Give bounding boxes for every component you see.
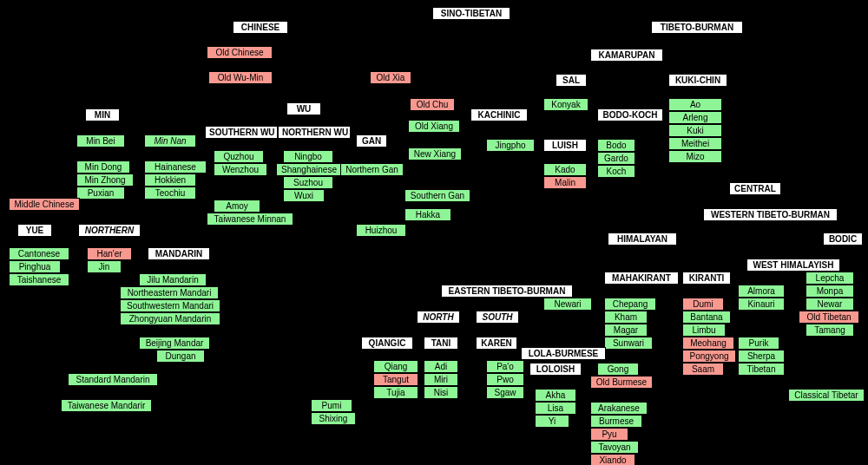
lang-bantana: Bantana [682, 311, 731, 324]
lang-akha: Akha [535, 389, 576, 402]
lang-northeastern-mandari: Northeastern Mandari [120, 286, 219, 299]
lang-jin: Jin [87, 260, 122, 273]
lang-min-zhong: Min Zhong [76, 174, 134, 187]
lang-middle-chinese: Middle Chinese [9, 198, 80, 211]
lang-bodo-koch: BODO-KOCH [597, 108, 663, 121]
lang-ningbo: Ningbo [283, 150, 333, 163]
lang-tujia: Tujia [373, 386, 418, 399]
lang-hakka: Hakka [404, 208, 451, 221]
lang-gardo: Gardo [597, 152, 635, 165]
lang-min-nan: Min Nan [144, 134, 196, 147]
lang-tavoyan: Tavoyan [590, 441, 639, 454]
lang-pumi: Pumi [311, 399, 352, 412]
lang-monpa: Monpa [806, 285, 854, 298]
lang-newari: Newari [543, 298, 592, 311]
lang-quzhou: Quzhou [214, 150, 264, 163]
lang-hokkien: Hokkien [144, 174, 196, 187]
lang-pinghua: Pinghua [9, 260, 61, 273]
lang-kamarupan: KAMARUPAN [590, 49, 663, 62]
lang-pyu: Pyu [590, 428, 628, 441]
lang-kinauri: Kinauri [738, 298, 785, 311]
lang-saam: Saam [682, 363, 724, 376]
lang-kachinic: KACHINIC [470, 108, 528, 121]
lang-mandarin: MANDARIN [148, 247, 210, 260]
lang-wenzhou: Wenzhou [214, 163, 267, 176]
lang-bodo: Bodo [597, 139, 635, 152]
lang-meohang: Meohang [682, 337, 734, 350]
lang-limbu: Limbu [682, 324, 726, 337]
lang-north: NORTH [417, 311, 460, 324]
lang-southern-wu: SOUTHERN WU [205, 126, 278, 139]
lang-bodic: BODIC [823, 232, 863, 246]
lang-northern-wu: NORTHERN WU [278, 126, 351, 139]
lang-mahakirant: MAHAKIRANT [604, 272, 679, 285]
lang-yi: Yi [535, 415, 569, 428]
lang-qiangic: QIANGIC [361, 337, 413, 350]
lang-northern-gan: Northern Gan [340, 163, 404, 176]
lang-new-xiang: New Xiang [408, 147, 462, 160]
lang-xiando: Xiando [590, 454, 635, 465]
lang-west-himalayish: WEST HIMALAYISH [746, 259, 840, 272]
lang-pongyong: Pongyong [682, 350, 736, 363]
lang-south: SOUTH [476, 311, 519, 324]
lang-gan: GAN [356, 134, 387, 147]
lang-taiwanese-mandarir: Taiwanese Mandarir [61, 399, 152, 412]
lang-old-tibetan: Old Tibetan [799, 311, 859, 324]
lang-karen: KAREN [476, 337, 517, 350]
lang-western-tibeto-burman: WESTERN TIBETO-BURMAN [703, 208, 838, 221]
lang-burmese: Burmese [590, 415, 642, 428]
lang-shixing: Shixing [311, 412, 356, 425]
lang-classical-tibetar: Classical Tibetar [788, 389, 865, 402]
lang-malin: Malin [543, 176, 587, 189]
lang-meithei: Meithei [668, 137, 722, 150]
lang-huizhou: Huizhou [356, 224, 406, 237]
lang-qiang: Qiang [373, 360, 418, 373]
lang-min: MIN [85, 108, 120, 121]
lang-dumi: Dumi [682, 298, 724, 311]
lang-old-burmese: Old Burmese [590, 376, 653, 389]
lang-standard-mandarin: Standard Mandarin [68, 373, 158, 386]
lang-zhongyuan-mandarin: Zhongyuan Mandarin [120, 312, 220, 325]
lang-koch: Koch [597, 165, 635, 178]
lang-himalayan: HIMALAYAN [608, 232, 677, 246]
lang-konyak: Konyak [543, 98, 589, 111]
lang-northern: NORTHERN [78, 224, 141, 237]
lang-adi: Adi [424, 360, 458, 373]
lang-teochiu: Teochiu [144, 187, 196, 200]
lang-almora: Almora [738, 285, 785, 298]
lang-taishanese: Taishanese [9, 273, 69, 286]
lang-arakanese: Arakanese [590, 402, 648, 415]
lang-lisa: Lisa [535, 402, 576, 415]
lang-old-xia: Old Xia [370, 71, 411, 84]
lang-yue: YUE [17, 224, 52, 237]
lang-wu: WU [286, 102, 321, 115]
lang-old-xiang: Old Xiang [408, 120, 460, 133]
lang-shanghainese: Shanghainese [276, 163, 342, 176]
lang-kuki-chin: KUKI-CHIN [668, 74, 727, 87]
lang-old-chu: Old Chu [410, 98, 455, 111]
lang-tibetan: Tibetan [738, 363, 785, 376]
lang-pa-o: Pa'o [486, 360, 524, 373]
lang-lepcha: Lepcha [806, 272, 854, 285]
lang-arleng: Arleng [668, 111, 722, 124]
lang-nisi: Nisi [424, 386, 458, 399]
lang-eastern-tibeto-burman: EASTERN TIBETO-BURMAN [441, 285, 573, 298]
lang-chepang: Chepang [604, 298, 656, 311]
lang-southwestern-mandari: Southwestern Mandari [120, 299, 220, 312]
lang-min-bei: Min Bei [76, 134, 125, 147]
lang-magar: Magar [604, 324, 648, 337]
lang-sino-tibetan: SINO-TIBETAN [432, 7, 510, 20]
lang-chinese: CHINESE [233, 21, 288, 34]
lang-loloish: LOLOISH [529, 363, 582, 376]
lang-central: CENTRAL [729, 182, 781, 195]
lang-old-wu-min: Old Wu-Min [208, 71, 273, 84]
lang-tangut: Tangut [373, 373, 418, 386]
lang-amoy: Amoy [214, 200, 260, 213]
lang-luish: LUISH [543, 139, 587, 152]
lang-mizo: Mizo [668, 150, 722, 163]
lang-sherpa: Sherpa [738, 350, 785, 363]
lang-taiwanese-minnan: Taiwanese Minnan [207, 213, 293, 226]
lang-sunwari: Sunwari [604, 337, 653, 350]
lang-purik: Purik [738, 337, 779, 350]
lang-wuxi: Wuxi [283, 189, 325, 202]
